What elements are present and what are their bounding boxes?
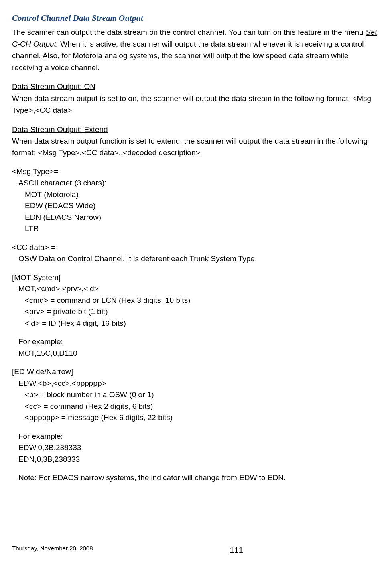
ed-example-1: EDW,0,3B,238333 bbox=[12, 442, 380, 454]
msg-type-block: <Msg Type>= ASCII character (3 chars): M… bbox=[12, 166, 380, 235]
intro-post: When it is active, the scanner will outp… bbox=[12, 40, 364, 72]
ed-l1: [ED Wide/Narrow] bbox=[12, 366, 380, 378]
msgtype-l2: ASCII character (3 chars): bbox=[12, 177, 380, 189]
output-on-body: When data stream output is set to on, th… bbox=[12, 93, 380, 116]
mot-example-block: For example: MOT,15C,0,D110 bbox=[12, 336, 380, 359]
intro-paragraph: The scanner can output the data stream o… bbox=[12, 26, 380, 74]
ed-example-block: For example: EDW,0,3B,238333 EDN,0,3B,23… bbox=[12, 431, 380, 465]
footer-date: Thursday, November 20, 2008 bbox=[12, 544, 93, 553]
ed-note: Note: For EDACS narrow systems, the indi… bbox=[12, 472, 380, 484]
page-footer: Thursday, November 20, 2008 111 bbox=[12, 544, 380, 556]
msgtype-l1: <Msg Type>= bbox=[12, 166, 380, 178]
mot-l2: MOT,<cmd>,<prv>,<id> bbox=[12, 283, 380, 295]
ed-note-block: Note: For EDACS narrow systems, the indi… bbox=[12, 472, 380, 484]
mot-system-block: [MOT System] MOT,<cmd>,<prv>,<id> <cmd> … bbox=[12, 272, 380, 329]
ed-l2: EDW,<b>,<cc>,<pppppp> bbox=[12, 378, 380, 390]
ccdata-l1: <CC data> = bbox=[12, 242, 380, 254]
mot-example-value: MOT,15C,0,D110 bbox=[12, 348, 380, 359]
output-extend-heading: Data Stream Output: Extend bbox=[12, 125, 108, 134]
msgtype-l5: EDN (EDACS Narrow) bbox=[12, 212, 380, 223]
output-extend-block: Data Stream Output: Extend When data str… bbox=[12, 124, 380, 159]
ed-example-label: For example: bbox=[12, 431, 380, 442]
ccdata-l2: OSW Data on Control Channel. It is defer… bbox=[12, 253, 380, 265]
mot-l4: <prv> = private bit (1 bit) bbox=[12, 306, 380, 318]
intro-pre: The scanner can output the data stream o… bbox=[12, 28, 366, 37]
mot-example-label: For example: bbox=[12, 336, 380, 348]
output-on-block: Data Stream Output: ON When data stream … bbox=[12, 81, 380, 116]
ed-l5: <pppppp> = message (Hex 6 digits, 22 bit… bbox=[12, 412, 380, 424]
cc-data-block: <CC data> = OSW Data on Control Channel.… bbox=[12, 242, 380, 265]
output-extend-body: When data stream output function is set … bbox=[12, 135, 380, 159]
mot-l5: <id> = ID (Hex 4 digit, 16 bits) bbox=[12, 318, 380, 329]
mot-l3: <cmd> = command or LCN (Hex 3 digits, 10… bbox=[12, 295, 380, 306]
output-on-heading: Data Stream Output: ON bbox=[12, 82, 95, 91]
mot-l1: [MOT System] bbox=[12, 272, 380, 284]
msgtype-l3: MOT (Motorola) bbox=[12, 189, 380, 201]
ed-example-2: EDN,0,3B,238333 bbox=[12, 454, 380, 465]
section-heading: Control Channel Data Stream Output bbox=[12, 12, 380, 25]
ed-l4: <cc> = command (Hex 2 digits, 6 bits) bbox=[12, 401, 380, 412]
msgtype-l4: EDW (EDACS Wide) bbox=[12, 200, 380, 212]
ed-system-block: [ED Wide/Narrow] EDW,<b>,<cc>,<pppppp> <… bbox=[12, 366, 380, 424]
msgtype-l6: LTR bbox=[12, 223, 380, 235]
ed-l3: <b> = block number in a OSW (0 or 1) bbox=[12, 389, 380, 401]
